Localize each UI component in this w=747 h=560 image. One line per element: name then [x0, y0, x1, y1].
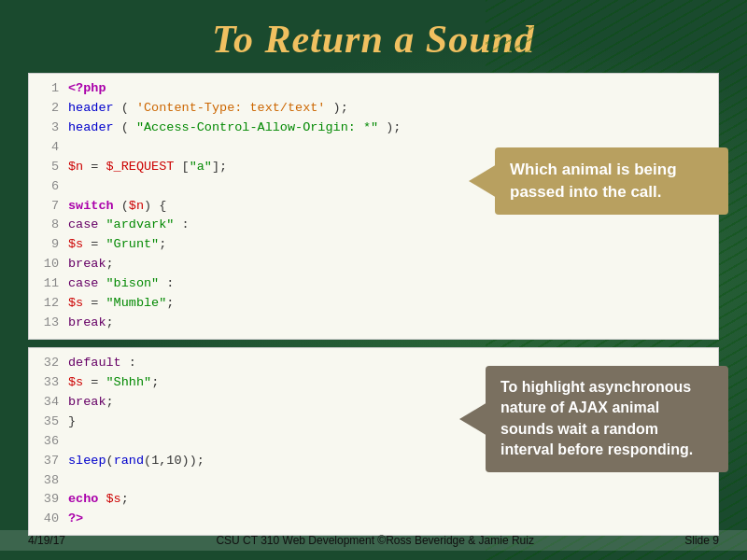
line-number: 33	[36, 373, 59, 393]
code-line: 13 break;	[29, 314, 718, 333]
line-number: 34	[36, 393, 59, 413]
bottom-code-wrapper: 32 default :33 $s = "Shhh";34 break;35}3…	[28, 347, 719, 536]
code-line: 38	[29, 471, 718, 491]
footer-slide: Slide 9	[684, 534, 719, 547]
line-number: 38	[36, 471, 59, 491]
footer: 4/19/17 CSU CT 310 Web Development ©Ross…	[0, 530, 747, 551]
line-number: 35	[36, 413, 59, 432]
callout-2: To highlight asynchronous nature of AJAX…	[486, 366, 728, 472]
slide-title: To Return a Sound	[0, 0, 747, 73]
line-number: 39	[36, 490, 59, 510]
line-content: ?>	[68, 510, 711, 529]
line-number: 12	[36, 294, 59, 314]
line-number: 3	[36, 119, 59, 138]
code-line: 3header ( "Access-Control-Allow-Origin: …	[29, 119, 718, 138]
code-line: 9 $s = "Grunt";	[29, 235, 718, 255]
line-content: $s = "Grunt";	[68, 235, 711, 255]
line-number: 13	[36, 314, 59, 333]
code-line: 39echo $s;	[29, 490, 718, 510]
line-content: echo $s;	[68, 490, 711, 510]
line-number: 10	[36, 255, 59, 274]
code-line: 8 case "ardvark" :	[29, 216, 718, 235]
line-content: case "bison" :	[68, 274, 711, 294]
line-number: 1	[36, 79, 59, 99]
code-line: 11 case "bison" :	[29, 274, 718, 294]
line-content: $s = "Mumble";	[68, 294, 711, 314]
code-line: 10 break;	[29, 255, 718, 274]
line-number: 36	[36, 432, 59, 452]
code-line: 40?>	[29, 510, 718, 529]
line-content: header ( "Access-Control-Allow-Origin: *…	[68, 119, 711, 138]
code-line: 2header ( 'Content-Type: text/text' );	[29, 99, 718, 119]
line-content: case "ardvark" :	[68, 216, 711, 235]
line-number: 40	[36, 510, 59, 529]
code-line: 1<?php	[29, 79, 718, 99]
line-content: <?php	[68, 79, 711, 99]
line-number: 11	[36, 274, 59, 294]
top-code-wrapper: 1<?php2header ( 'Content-Type: text/text…	[28, 73, 719, 340]
line-number: 32	[36, 354, 59, 373]
line-content	[68, 471, 711, 491]
code-line: 12 $s = "Mumble";	[29, 294, 718, 314]
line-content: break;	[68, 314, 711, 333]
line-number: 2	[36, 99, 59, 119]
line-content: header ( 'Content-Type: text/text' );	[68, 99, 711, 119]
footer-copyright: CSU CT 310 Web Development ©Ross Beverid…	[216, 534, 534, 547]
line-number: 6	[36, 177, 59, 197]
line-content: break;	[68, 255, 711, 274]
line-number: 37	[36, 452, 59, 471]
line-number: 8	[36, 216, 59, 235]
callout-1: Which animal is being passed into the ca…	[495, 147, 728, 215]
line-number: 9	[36, 235, 59, 255]
line-number: 4	[36, 138, 59, 158]
line-number: 7	[36, 197, 59, 217]
line-number: 5	[36, 158, 59, 177]
footer-date: 4/19/17	[28, 534, 65, 547]
